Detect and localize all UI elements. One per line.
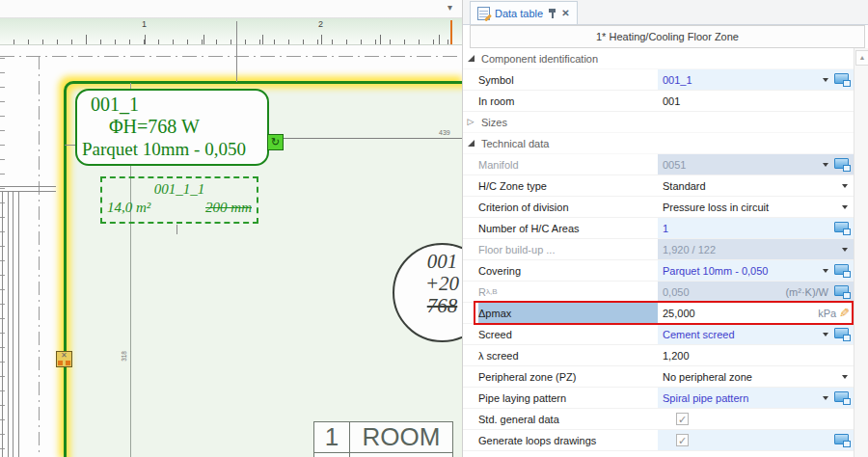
open-dialog-icon[interactable]	[834, 222, 849, 232]
scrollbar[interactable]: ▲	[854, 48, 868, 457]
property-value-cell[interactable]: Cement screed	[658, 324, 854, 344]
chevron-down-icon[interactable]	[823, 269, 828, 273]
section-row[interactable]: Technical data	[463, 133, 854, 154]
chevron-down-icon[interactable]	[842, 205, 848, 209]
property-value[interactable]: 1,200	[663, 350, 690, 362]
checkbox[interactable]: ✓	[676, 413, 689, 425]
pipe-cut-marker-icon[interactable]: ✕	[56, 351, 72, 367]
chevron-down-icon[interactable]	[823, 78, 828, 82]
property-row[interactable]: In room001	[463, 91, 854, 112]
property-row[interactable]: Criterion of divisionPressure loss in ci…	[463, 197, 854, 218]
rotate-handle-icon[interactable]: ↻	[267, 134, 284, 150]
property-row[interactable]: Δpmax25,000kPa✎	[463, 303, 854, 324]
chevron-down-icon[interactable]	[842, 375, 848, 379]
property-row[interactable]: Symbol001_1	[463, 69, 854, 91]
property-row[interactable]: Number of H/C Areas1	[463, 218, 854, 239]
chevron-down-icon[interactable]: ▾	[448, 2, 452, 13]
open-dialog-icon[interactable]	[834, 264, 849, 275]
expand-icon[interactable]: ▷	[463, 112, 478, 132]
property-value[interactable]: Pressure loss in circuit	[663, 202, 769, 213]
open-dialog-icon[interactable]	[834, 158, 849, 169]
property-value-cell[interactable]: 0051	[658, 154, 854, 175]
property-row[interactable]: H/C Zone typeStandard	[463, 175, 854, 197]
property-label[interactable]: Generate loops drawings	[478, 430, 658, 450]
open-dialog-icon[interactable]	[834, 73, 849, 84]
property-row[interactable]: Pipe laying patternSpiral pipe pattern	[463, 388, 854, 409]
property-row[interactable]: Std. general data✓	[463, 409, 854, 430]
property-label[interactable]: In room	[478, 91, 658, 111]
property-row[interactable]: Manifold0051	[463, 154, 854, 175]
property-value-cell[interactable]: 0,050(m²·K)/W	[658, 282, 854, 302]
property-value-cell[interactable]: Spiral pipe pattern	[658, 388, 854, 408]
chevron-down-icon[interactable]	[842, 184, 848, 188]
property-label[interactable]: Criterion of division	[478, 197, 658, 217]
property-value[interactable]: 001_1	[663, 74, 692, 86]
open-dialog-icon[interactable]	[834, 391, 849, 402]
property-value-cell[interactable]: Standard	[658, 175, 854, 196]
property-row[interactable]: Rλ,B0,050(m²·K)/W	[463, 282, 854, 303]
chevron-down-icon[interactable]	[842, 248, 848, 252]
property-value-cell[interactable]: 001	[658, 91, 854, 111]
property-row[interactable]: λ screed1,200	[463, 345, 854, 366]
property-value[interactable]: Parquet 10mm - 0,050	[663, 265, 768, 277]
section-row[interactable]: Component identification	[463, 48, 854, 69]
open-dialog-icon[interactable]	[834, 434, 849, 444]
zone-label-box[interactable]: 001_1 ΦH=768 W Parquet 10mm - 0,050	[75, 89, 269, 166]
property-value[interactable]: Spiral pipe pattern	[663, 392, 748, 404]
property-label[interactable]: H/C Zone type	[478, 175, 658, 196]
property-label[interactable]: Manifold	[478, 154, 658, 175]
property-row[interactable]: Peripheral zone (PZ)No peripheral zone	[463, 366, 854, 388]
hc-area-label-box[interactable]: 001_1_1 14,0 m² 200 mm	[100, 176, 258, 224]
property-value[interactable]: Cement screed	[663, 329, 735, 340]
property-label[interactable]: λ screed	[478, 345, 658, 365]
drawing-canvas[interactable]: ▾ 1 2 439 318 001_1 ΦH=768 W Parquet 10m…	[0, 0, 462, 457]
property-label[interactable]: Std. general data	[478, 409, 658, 429]
pin-icon[interactable]	[548, 8, 556, 19]
close-icon[interactable]: ✕	[561, 8, 569, 18]
property-label[interactable]: Peripheral zone (PZ)	[478, 366, 658, 387]
property-value[interactable]: Standard	[663, 180, 706, 192]
property-label[interactable]: Covering	[478, 260, 658, 281]
tab-data-table[interactable]: Data table ✕	[470, 1, 578, 24]
property-label[interactable]: Pipe laying pattern	[478, 388, 658, 408]
property-label[interactable]: Screed	[478, 324, 658, 344]
expand-icon[interactable]: ▷	[463, 451, 478, 457]
property-value[interactable]: 25,000	[663, 308, 695, 319]
property-value-cell[interactable]: 1,920 / 122	[658, 239, 854, 259]
property-row[interactable]: CoveringParquet 10mm - 0,050	[463, 260, 854, 282]
property-value-cell[interactable]: 1	[658, 218, 854, 238]
property-value[interactable]: 0,050	[663, 286, 690, 298]
property-value[interactable]: 001	[663, 95, 680, 107]
property-value-cell[interactable]: ✓	[658, 409, 854, 429]
property-value[interactable]: 1,920 / 122	[663, 244, 716, 255]
property-label[interactable]: Number of H/C Areas	[478, 218, 658, 238]
property-value-cell[interactable]: Parquet 10mm - 0,050	[658, 260, 854, 281]
open-dialog-icon[interactable]	[834, 328, 849, 338]
property-value-cell[interactable]: 001_1	[658, 69, 854, 90]
property-value-cell[interactable]: ✓	[658, 430, 854, 450]
open-dialog-icon[interactable]	[834, 285, 849, 296]
property-label[interactable]: Δpmax	[478, 303, 658, 323]
chevron-down-icon[interactable]	[823, 163, 828, 167]
scroll-up-button[interactable]: ▲	[855, 50, 868, 66]
chevron-down-icon[interactable]	[823, 333, 828, 336]
property-value[interactable]: 1	[663, 223, 668, 234]
checkbox[interactable]: ✓	[676, 434, 689, 446]
collapse-icon[interactable]	[463, 48, 478, 68]
property-value-cell[interactable]: 1,200	[658, 345, 854, 365]
property-value[interactable]: No peripheral zone	[663, 371, 752, 383]
property-value-cell[interactable]: No peripheral zone	[658, 366, 854, 387]
property-row[interactable]: Generate loops drawings✓	[463, 430, 854, 451]
property-row[interactable]: Floor build-up ...1,920 / 122	[463, 239, 854, 260]
room-legend-table[interactable]: 1 ROOM	[313, 421, 453, 457]
property-label[interactable]: Rλ,B	[478, 282, 658, 302]
collapse-icon[interactable]	[463, 133, 478, 153]
chevron-down-icon[interactable]	[823, 396, 828, 400]
property-label[interactable]: Symbol	[478, 69, 658, 90]
section-row[interactable]: ▷Heating	[463, 451, 854, 457]
property-value[interactable]: 0051	[663, 159, 686, 171]
property-label[interactable]: Floor build-up ...	[478, 239, 658, 259]
edit-pencil-icon[interactable]: ✎	[839, 306, 850, 320]
property-value-cell[interactable]: 25,000kPa✎	[658, 303, 854, 323]
section-row[interactable]: ▷Sizes	[463, 112, 854, 133]
